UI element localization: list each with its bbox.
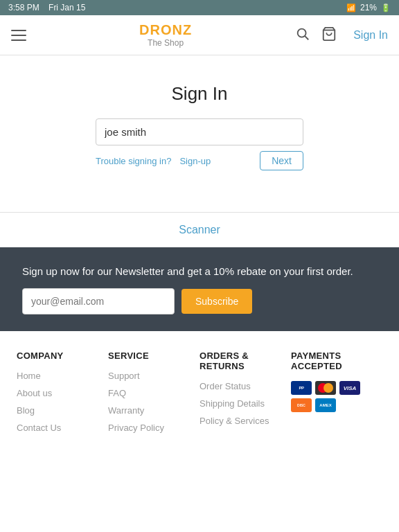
logo-tagline: The Shop xyxy=(148,38,184,48)
signin-links-row: Trouble signing in? Sign-up Next xyxy=(96,151,303,170)
newsletter-email-input[interactable] xyxy=(22,288,175,314)
signin-form: Trouble signing in? Sign-up Next xyxy=(96,118,303,170)
footer-company-title: COMPANY xyxy=(17,351,101,361)
footer-shipping-link[interactable]: Shipping Details xyxy=(200,398,284,409)
newsletter-section: Sign up now for our Newsletter and get a… xyxy=(0,247,399,331)
menu-line xyxy=(11,30,26,31)
signin-links-left: Trouble signing in? Sign-up xyxy=(96,156,211,166)
wifi-icon: 📶 xyxy=(346,3,356,12)
footer-col-company: COMPANY Home About us Blog Contact Us xyxy=(17,351,108,440)
battery-icon: 🔋 xyxy=(381,3,391,12)
footer-col-service: SERVICE Support FAQ Warranty Privacy Pol… xyxy=(108,351,200,440)
status-bar: 3:58 PM Fri Jan 15 📶 21% 🔋 xyxy=(0,0,399,15)
signup-link[interactable]: Sign-up xyxy=(179,156,211,166)
footer-aboutus-link[interactable]: About us xyxy=(17,388,101,398)
footer-warranty-link[interactable]: Warranty xyxy=(108,405,193,416)
cart-icon[interactable] xyxy=(321,26,337,44)
mc-circle-orange xyxy=(323,383,333,393)
menu-button[interactable] xyxy=(11,23,36,48)
footer-orders-title: ORDERS & RETURNS xyxy=(200,351,284,371)
newsletter-form: Subscribe xyxy=(22,288,377,314)
amex-icon: AMEX xyxy=(315,398,336,412)
newsletter-text: Sign up now for our Newsletter and get a… xyxy=(22,264,377,278)
mc-circles xyxy=(318,383,333,393)
footer: COMPANY Home About us Blog Contact Us SE… xyxy=(0,331,399,468)
footer-faq-link[interactable]: FAQ xyxy=(108,388,193,398)
footer-service-title: SERVICE xyxy=(108,351,193,361)
footer-policy-link[interactable]: Policy & Services xyxy=(200,416,284,426)
logo: DRONZ The Shop xyxy=(36,22,295,48)
search-icon[interactable] xyxy=(295,26,310,44)
paypal-icon: PP xyxy=(291,381,312,395)
footer-col-orders: ORDERS & RETURNS Order Status Shipping D… xyxy=(200,351,291,440)
footer-orderstatus-link[interactable]: Order Status xyxy=(200,381,284,391)
status-time-date: 3:58 PM Fri Jan 15 xyxy=(8,3,85,12)
subscribe-button[interactable]: Subscribe xyxy=(181,289,252,314)
battery-percent: 21% xyxy=(360,3,377,12)
footer-privacy-link[interactable]: Privacy Policy xyxy=(108,423,193,433)
username-input[interactable] xyxy=(96,118,303,145)
scanner-link[interactable]: Scanner xyxy=(179,224,220,236)
status-time: 3:58 PM xyxy=(8,3,39,12)
footer-payments-title: PAYMENTS ACCEPTED xyxy=(291,351,375,371)
signin-section: Sign In Trouble signing in? Sign-up Next xyxy=(0,55,399,184)
trouble-signin-link[interactable]: Trouble signing in? xyxy=(96,156,171,166)
header-icons: Sign In xyxy=(295,26,388,44)
header: DRONZ The Shop Sign In xyxy=(0,15,399,55)
footer-blog-link[interactable]: Blog xyxy=(17,405,101,416)
status-date: Fri Jan 15 xyxy=(48,3,85,12)
mastercard-icon xyxy=(315,381,336,395)
status-right: 📶 21% 🔋 xyxy=(346,3,391,12)
footer-support-link[interactable]: Support xyxy=(108,371,193,381)
footer-col-payments: PAYMENTS ACCEPTED PP VISA DISC AMEX xyxy=(291,351,382,440)
next-button[interactable]: Next xyxy=(260,151,303,170)
visa-icon: VISA xyxy=(339,381,360,395)
menu-line xyxy=(11,35,26,36)
menu-line xyxy=(11,39,26,41)
svg-line-1 xyxy=(305,36,308,39)
signin-title: Sign In xyxy=(172,83,228,105)
footer-home-link[interactable]: Home xyxy=(17,371,101,381)
footer-contactus-link[interactable]: Contact Us xyxy=(17,423,101,433)
signin-link[interactable]: Sign In xyxy=(353,29,388,42)
payment-icons: PP VISA DISC AMEX xyxy=(291,381,375,412)
scanner-section: Scanner xyxy=(0,213,399,247)
svg-point-0 xyxy=(298,28,306,37)
discover-icon: DISC xyxy=(291,398,312,412)
logo-name: DRONZ xyxy=(139,22,192,38)
